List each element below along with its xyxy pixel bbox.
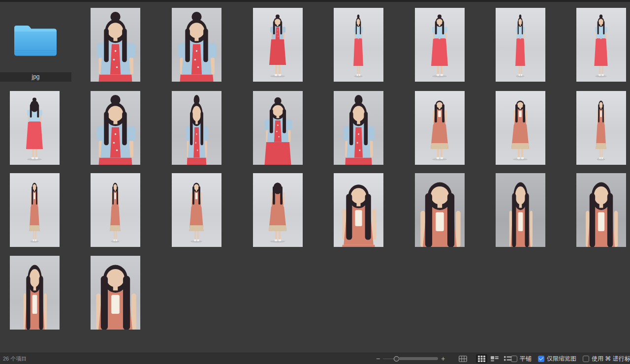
model-photo-figure <box>172 8 221 82</box>
view-mode-buttons <box>457 353 514 364</box>
photo-thumbnail[interactable] <box>253 91 303 165</box>
photo-thumbnail[interactable] <box>10 256 60 330</box>
unchecked-checkbox-icon[interactable] <box>583 356 589 362</box>
unchecked-checkbox-icon[interactable] <box>511 356 517 362</box>
model-photo-figure <box>334 91 383 165</box>
model-photo-figure <box>172 173 221 247</box>
photo-thumbnail[interactable] <box>496 8 545 82</box>
option-checkbox[interactable]: 平铺 <box>511 355 532 363</box>
photo-thumbnail[interactable] <box>496 91 545 165</box>
model-photo-figure <box>253 8 303 82</box>
photo-thumbnail[interactable] <box>253 8 303 82</box>
model-photo-figure <box>172 91 221 165</box>
grid-view-button[interactable] <box>476 354 487 363</box>
option-checkbox[interactable]: 使用 ⌘ 进行标记和评级 <box>583 355 630 363</box>
model-photo-figure <box>253 173 303 247</box>
folder-item[interactable]: jpg <box>0 8 71 82</box>
photo-thumbnail[interactable] <box>10 91 60 165</box>
model-photo-figure <box>576 173 626 247</box>
checked-checkbox-icon[interactable] <box>538 356 544 362</box>
photo-thumbnail[interactable] <box>253 173 303 247</box>
model-photo-figure <box>415 173 465 247</box>
photo-thumbnail[interactable] <box>91 173 140 247</box>
photo-thumbnail[interactable] <box>10 173 60 247</box>
photo-thumbnail[interactable] <box>334 91 383 165</box>
model-photo-figure <box>415 8 465 82</box>
model-photo-figure <box>576 8 626 82</box>
model-photo-figure <box>10 91 60 165</box>
model-photo-figure <box>91 8 140 82</box>
model-photo-figure <box>496 173 545 247</box>
checkbox-label: 使用 ⌘ 进行标记和评级 <box>592 355 630 363</box>
table-grid-icon <box>459 356 467 362</box>
model-photo-figure <box>415 91 465 165</box>
photo-thumbnail[interactable] <box>334 8 383 82</box>
model-photo-figure <box>496 91 545 165</box>
table-view-button[interactable] <box>457 354 469 363</box>
slider-track-right <box>399 357 438 360</box>
model-photo-figure <box>253 91 303 165</box>
thumbnail-size-slider[interactable] <box>383 353 438 364</box>
thumbnail-grid: jpg <box>0 0 630 353</box>
model-photo-figure <box>576 91 626 165</box>
model-photo-figure <box>91 256 140 330</box>
photo-thumbnail[interactable] <box>91 256 140 330</box>
checkbox-label: 平铺 <box>520 355 532 363</box>
file-browser-window: jpg 26 个项目 − + <box>0 0 630 364</box>
item-count: 26 个项目 <box>3 353 27 364</box>
photo-thumbnail[interactable] <box>172 8 221 82</box>
model-photo-figure <box>496 8 545 82</box>
photo-thumbnail[interactable] <box>91 8 140 82</box>
photo-thumbnail[interactable] <box>415 173 465 247</box>
photo-thumbnail[interactable] <box>496 173 545 247</box>
photo-thumbnail[interactable] <box>415 8 465 82</box>
list-thumbnail-view-button[interactable] <box>489 354 501 363</box>
display-option-checkboxes: 平铺仅限缩览图使用 ⌘ 进行标记和评级 <box>511 353 630 364</box>
option-checkbox[interactable]: 仅限缩览图 <box>538 355 576 363</box>
photo-thumbnail[interactable] <box>415 91 465 165</box>
photo-thumbnail[interactable] <box>334 173 383 247</box>
zoom-out-button[interactable]: − <box>373 353 383 364</box>
model-photo-figure <box>91 91 140 165</box>
zoom-in-button[interactable]: + <box>438 353 448 364</box>
photo-thumbnail[interactable] <box>576 8 626 82</box>
photo-thumbnail[interactable] <box>91 91 140 165</box>
photo-thumbnail[interactable] <box>576 173 626 247</box>
model-photo-figure <box>10 256 60 330</box>
model-photo-figure <box>334 8 383 82</box>
list-thumbnail-view-icon <box>491 356 499 362</box>
folder-name-label: jpg <box>0 72 71 82</box>
thumbnail-zoom-control: − + <box>373 353 448 364</box>
photo-thumbnail[interactable] <box>172 91 221 165</box>
model-photo-figure <box>334 173 383 247</box>
checkbox-label: 仅限缩览图 <box>547 355 576 363</box>
photo-thumbnail[interactable] <box>576 91 626 165</box>
status-bar: 26 个项目 − + <box>0 353 630 364</box>
model-photo-figure <box>10 173 60 247</box>
photo-thumbnail[interactable] <box>172 173 221 247</box>
model-photo-figure <box>91 173 140 247</box>
folder-icon <box>11 20 60 60</box>
grid-view-icon <box>478 356 485 362</box>
